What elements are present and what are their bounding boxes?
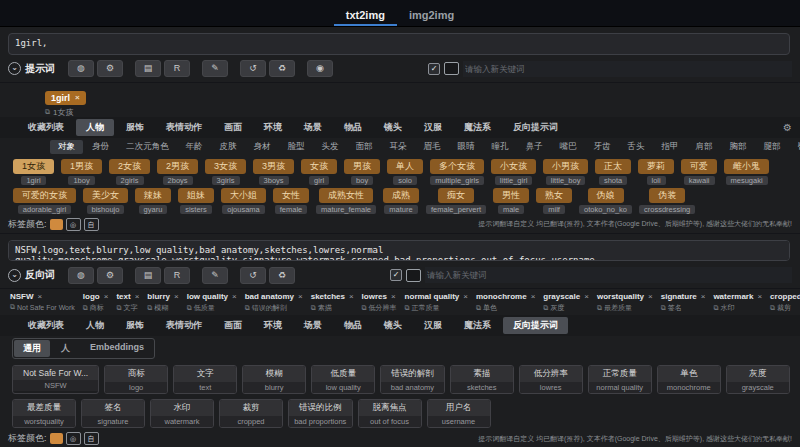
settings-gear-icon[interactable]: ⚙	[97, 60, 123, 77]
tag-chip[interactable]: 正太 shota	[595, 159, 631, 185]
new-keyword-input[interactable]	[425, 267, 792, 283]
category-tab[interactable]: 魔法系	[454, 317, 501, 334]
tag-chip[interactable]: 美少女 bishoujo	[83, 188, 128, 214]
trash-icon[interactable]: ♻	[269, 60, 295, 77]
category-tab[interactable]: 环境	[254, 119, 292, 136]
color-auto-button[interactable]: 自	[84, 218, 99, 231]
tag-chip[interactable]: 姐妹 sisters	[178, 188, 214, 214]
tag-cell[interactable]: 正常质量 normal quality	[588, 365, 652, 394]
mode-tab[interactable]: txt2img	[334, 5, 397, 26]
negative-chip[interactable]: sketches× ⧉素描	[311, 292, 354, 313]
subcategory-tab[interactable]: 通用	[14, 340, 50, 357]
category-tab[interactable]: 汉服	[414, 119, 452, 136]
negative-chip[interactable]: blurry× ⧉模糊	[147, 292, 178, 313]
category-tab[interactable]: 服饰	[116, 317, 154, 334]
negative-chip[interactable]: normal quality× ⧉正常质量	[405, 292, 468, 313]
tag-cell[interactable]: 裁剪 cropped	[219, 399, 283, 428]
keyword-toggle[interactable]	[444, 62, 459, 75]
tag-cell[interactable]: 用户名 username	[427, 399, 491, 428]
color-circle-button[interactable]: ◎	[66, 432, 81, 445]
trash-icon[interactable]: ♻	[269, 267, 295, 284]
subcategory-tab[interactable]: 耳朵	[382, 140, 415, 154]
subcategory-tab[interactable]: 皮肤	[212, 140, 245, 154]
prompt-textarea[interactable]: 1girl,	[8, 33, 790, 55]
tag-cell[interactable]: 模糊 blurry	[242, 365, 306, 394]
tag-chip[interactable]: 雌小鬼 mesugaki	[724, 159, 769, 185]
category-tab[interactable]: 表情动作	[156, 119, 212, 136]
subcategory-tab[interactable]: 胸部	[722, 140, 755, 154]
category-tab[interactable]: 收藏列表	[18, 119, 74, 136]
negative-chip[interactable]: grayscale× ⧉灰度	[543, 292, 589, 313]
tag-chip[interactable]: 1男孩 1boy	[61, 159, 102, 185]
save-image-icon[interactable]: ▤	[135, 267, 161, 284]
api-icon[interactable]: ◉	[307, 60, 333, 77]
negative-chip[interactable]: lowres× ⧉低分辨率	[362, 292, 397, 313]
remove-keyword-icon[interactable]: ×	[104, 292, 109, 301]
tag-cell[interactable]: 低质量 low quality	[311, 365, 375, 394]
tag-cell[interactable]: 错误的比例 bad proportions	[288, 399, 353, 428]
keyword-toggle[interactable]	[406, 269, 421, 282]
remove-keyword-icon[interactable]: ×	[584, 292, 589, 301]
subcategory-tab[interactable]: 脸型	[280, 140, 313, 154]
remove-keyword-icon[interactable]: ×	[232, 292, 237, 301]
subcategory-tab[interactable]: 眉毛	[416, 140, 449, 154]
tag-chip[interactable]: 可爱 kawaii	[681, 159, 717, 185]
category-tab[interactable]: 画面	[214, 119, 252, 136]
remove-keyword-icon[interactable]: ×	[701, 292, 706, 301]
tag-chip[interactable]: 熟女 milf	[536, 188, 572, 214]
remove-keyword-icon[interactable]: ×	[391, 292, 396, 301]
remove-keyword-icon[interactable]: ×	[757, 292, 762, 301]
tag-chip[interactable]: 萝莉 loli	[638, 159, 674, 185]
negative-textarea[interactable]: NSFW,logo,text,blurry,low quality,bad an…	[8, 240, 790, 261]
tag-chip[interactable]: 辣妹 gyaru	[135, 188, 171, 214]
tag-chip[interactable]: 成熟 mature	[383, 188, 419, 214]
negative-chip[interactable]: text× ⧉文字	[116, 292, 139, 313]
tags-settings-gear-icon[interactable]: ⚙	[783, 122, 792, 133]
tag-chip[interactable]: 大小姐 ojousama	[221, 188, 266, 214]
negative-chip[interactable]: worstquality× ⧉最差质量	[597, 292, 653, 313]
subcategory-tab[interactable]: 瞳孔	[484, 140, 517, 154]
negative-chip[interactable]: signature× ⧉签名	[661, 292, 706, 313]
tag-cell[interactable]: 水印 watermark	[150, 399, 214, 428]
tag-chip[interactable]: 小女孩 little_girl	[491, 159, 536, 185]
subcategory-tab[interactable]: 年龄	[178, 140, 211, 154]
remove-keyword-icon[interactable]: ×	[648, 292, 653, 301]
tag-chip[interactable]: 单人 solo	[387, 159, 423, 185]
category-tab[interactable]: 画面	[214, 317, 252, 334]
remove-tag-icon[interactable]: ×	[75, 93, 80, 102]
color-circle-button[interactable]: ◎	[66, 218, 81, 231]
tag-cell[interactable]: 商标 logo	[104, 365, 168, 394]
subcategory-tab[interactable]: 身份	[84, 140, 117, 154]
negative-chip[interactable]: low quality× ⧉低质量	[187, 292, 237, 313]
category-tab[interactable]: 镜头	[374, 317, 412, 334]
history-icon[interactable]: ↺	[240, 267, 266, 284]
tag-chip[interactable]: 伪装 crossdressing	[639, 188, 695, 214]
negative-chip[interactable]: cropped× ⧉裁剪	[770, 292, 800, 313]
tag-chip[interactable]: 男性 male	[493, 188, 529, 214]
notebook-icon[interactable]: R	[164, 60, 190, 77]
category-tab[interactable]: 人物	[76, 119, 114, 136]
negative-chip[interactable]: NSFW× ⧉Not Safe For Work	[10, 292, 75, 313]
remove-keyword-icon[interactable]: ×	[135, 292, 140, 301]
edit-image-icon[interactable]: ✎	[202, 60, 228, 77]
color-auto-button[interactable]: 自	[84, 432, 99, 445]
tag-cell[interactable]: 灰度 grayscale	[726, 365, 790, 394]
translate-icon[interactable]: ◍	[68, 60, 94, 77]
category-tab[interactable]: 反向提示词	[503, 317, 568, 334]
tag-cell[interactable]: 文字 text	[173, 365, 237, 394]
subcategory-tab[interactable]: 人	[52, 340, 79, 357]
tag-chip[interactable]: 男孩 boy	[344, 159, 380, 185]
mode-tab[interactable]: img2img	[397, 5, 466, 26]
prompt-chip[interactable]: 1girl× ⧉1女孩	[45, 87, 86, 118]
category-tab[interactable]: 镜头	[374, 119, 412, 136]
tag-chip[interactable]: 3女孩 3girls	[205, 159, 246, 185]
tag-chip[interactable]: 2男孩 2boys	[157, 159, 198, 185]
tag-cell[interactable]: 错误的解剖 bad anatomy	[380, 365, 445, 394]
chevron-down-icon[interactable]: ⌄	[8, 62, 21, 75]
tag-chip[interactable]: 2女孩 2girls	[109, 159, 150, 185]
tag-cell[interactable]: 素描 sketches	[450, 365, 514, 394]
remove-keyword-icon[interactable]: ×	[531, 292, 536, 301]
tag-chip[interactable]: 女孩 girl	[301, 159, 337, 185]
negative-chip[interactable]: bad anatomy× ⧉错误的解剖	[245, 292, 303, 313]
notebook-icon[interactable]: R	[164, 267, 190, 284]
